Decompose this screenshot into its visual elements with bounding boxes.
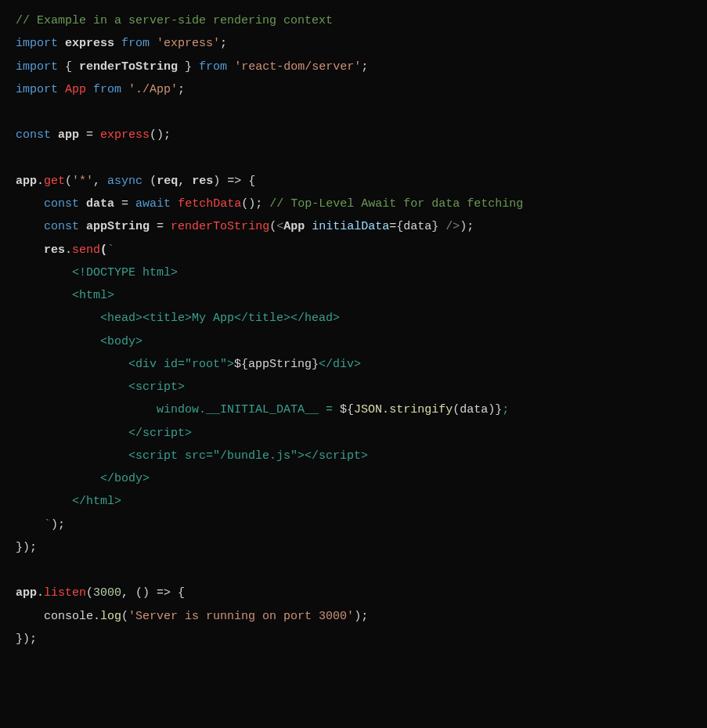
punct: ( [65, 175, 72, 188]
method: send [72, 243, 100, 257]
string: 'express' [157, 37, 220, 50]
function-call: express [100, 128, 150, 142]
punct: } [431, 220, 445, 233]
identifier: App [65, 83, 86, 96]
punct: ( [121, 610, 128, 623]
param: res [192, 175, 213, 188]
punct: { [65, 60, 79, 74]
template-content: <body> [16, 335, 142, 348]
code-line: </script> [16, 427, 192, 440]
code-line: <body> [16, 335, 142, 348]
comment: // Example in a server-side rendering co… [16, 14, 333, 27]
punct: . [93, 610, 100, 623]
interp-close: } [495, 403, 502, 416]
jsx-component: App [283, 220, 305, 233]
identifier: express [65, 37, 114, 50]
punct: ); [354, 610, 368, 623]
identifier: renderToString [79, 60, 178, 74]
template-open: ` [107, 243, 114, 257]
code-line: res.send(` [16, 243, 114, 257]
code-line: const data = await fetchData(); // Top-L… [16, 197, 523, 211]
method: listen [44, 586, 86, 600]
code-line: </html> [16, 495, 121, 508]
jsx-attr: initialData [312, 220, 389, 233]
punct: , [93, 175, 107, 188]
interp-open: ${ [234, 358, 248, 371]
punct: }); [16, 541, 37, 554]
punct: , [178, 175, 192, 188]
template-content: <script> [16, 380, 185, 394]
keyword-const: const [16, 128, 51, 142]
punct: . [37, 175, 44, 188]
keyword-import: import [16, 37, 58, 50]
code-line: <script> [16, 380, 185, 394]
keyword-import: import [16, 60, 58, 74]
method: log [100, 610, 121, 623]
comment: // Top-Level Await for data fetching [269, 197, 523, 211]
keyword-import: import [16, 83, 58, 96]
identifier: appString [248, 358, 312, 371]
code-line: <!DOCTYPE html> [16, 266, 178, 279]
punct: . [65, 243, 72, 257]
code-line: }); [16, 632, 37, 646]
code-line: const app = express(); [16, 128, 171, 142]
keyword-const: const [44, 197, 79, 211]
identifier: appString [86, 220, 150, 233]
punct: ( [86, 586, 93, 600]
function-call: renderToString [171, 220, 269, 233]
identifier: app [16, 175, 37, 188]
template-content: <div id="root"> [16, 358, 234, 371]
operator: = [86, 128, 93, 142]
punct: . [382, 403, 389, 416]
punct: . [37, 586, 44, 600]
punct: ) [488, 403, 495, 416]
keyword-async: async [107, 175, 142, 188]
identifier: res [44, 243, 65, 257]
string: '*' [72, 175, 93, 188]
identifier: console [44, 610, 93, 623]
code-line: console.log('Server is running on port 3… [16, 610, 368, 623]
operator: = [121, 197, 128, 211]
template-content: </body> [16, 472, 150, 485]
keyword-from: from [93, 83, 121, 96]
punct: , () => { [121, 586, 185, 600]
method: stringify [389, 403, 453, 416]
interp-open: ${ [340, 403, 354, 416]
keyword-const: const [44, 220, 79, 233]
code-editor[interactable]: // Example in a server-side rendering co… [16, 9, 691, 651]
punct: ; [361, 60, 368, 74]
code-line: `); [16, 518, 65, 532]
method: get [44, 175, 65, 188]
punct: { [396, 220, 403, 233]
template-content: </html> [16, 495, 121, 508]
keyword-from: from [199, 60, 227, 74]
template-content: <html> [16, 289, 114, 302]
string: './App' [128, 83, 178, 96]
code-line: window.__INITIAL_DATA__ = ${JSON.stringi… [16, 403, 509, 416]
function-call: fetchData [178, 197, 241, 211]
number: 3000 [93, 586, 121, 600]
identifier: data [460, 403, 488, 416]
template-content: <!DOCTYPE html> [16, 266, 178, 279]
code-line: app.get('*', async (req, res) => { [16, 175, 255, 188]
code-line: app.listen(3000, () => { [16, 586, 185, 600]
code-line: // Example in a server-side rendering co… [16, 14, 333, 27]
template-content: <head><title>My App</title></head> [16, 312, 340, 325]
punct: ( [453, 403, 460, 416]
code-line: <html> [16, 289, 114, 302]
punct: (); [241, 197, 269, 211]
punct: ( [269, 220, 276, 233]
identifier: app [58, 128, 79, 142]
jsx-bracket: /> [445, 220, 460, 233]
punct: ); [51, 518, 65, 532]
punct: ( [150, 175, 157, 188]
code-line: <div id="root">${appString}</div> [16, 358, 361, 371]
code-line: import { renderToString } from 'react-do… [16, 60, 368, 74]
punct: } [178, 60, 192, 74]
code-line: import App from './App'; [16, 83, 185, 96]
punct: ( [100, 243, 107, 257]
interp-close: } [312, 358, 319, 371]
code-line: }); [16, 541, 37, 554]
code-line: import express from 'express'; [16, 37, 227, 50]
identifier: data [403, 220, 431, 233]
